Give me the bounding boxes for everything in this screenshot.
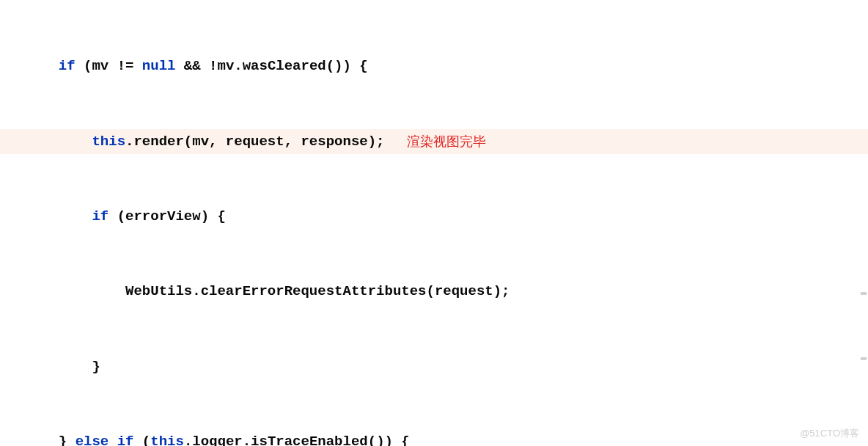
code-line-highlighted: this.render(mv, request, response);渲染视图完…: [0, 129, 868, 154]
annotation-render-done: 渲染视图完毕: [407, 130, 486, 153]
gutter-mark: [861, 292, 867, 295]
code-line: }: [0, 354, 868, 379]
keyword-if: if: [59, 54, 76, 78]
keyword-this: this: [150, 429, 184, 446]
keyword-else-if: else if: [76, 429, 134, 446]
code-line: WebUtils.clearErrorRequestAttributes(req…: [0, 279, 868, 304]
gutter-mark: [861, 357, 867, 360]
code-line: if (errorView) {: [0, 204, 868, 229]
keyword-this: this: [92, 129, 125, 154]
code-editor: if (mv != null && !mv.wasCleared()) { th…: [0, 0, 868, 446]
keyword-if: if: [92, 204, 108, 229]
watermark: @51CTO博客: [800, 425, 859, 442]
code-line: if (mv != null && !mv.wasCleared()) {: [0, 54, 868, 78]
keyword-null: null: [142, 54, 176, 78]
code-line: } else if (this.logger.isTraceEnabled())…: [0, 429, 868, 446]
